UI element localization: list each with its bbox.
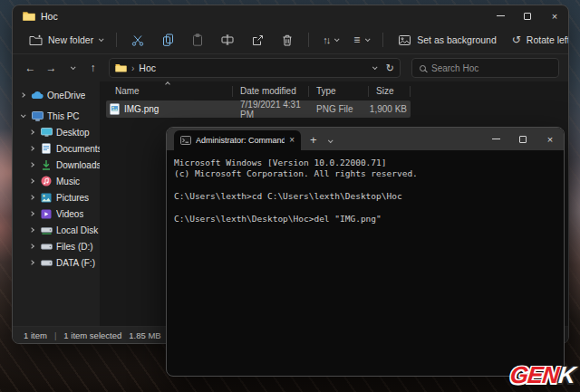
new-folder-button[interactable]: New folder <box>24 32 106 49</box>
sidebar-item-documents[interactable]: Documents <box>13 140 100 157</box>
file-name-cell[interactable]: IMG.png <box>106 103 233 115</box>
videos-folder-icon <box>40 209 53 219</box>
sidebar-item-label: Documents <box>56 144 100 154</box>
search-icon <box>420 65 426 72</box>
tab-dropdown-icon[interactable] <box>327 138 333 143</box>
maximize-button[interactable] <box>514 5 541 26</box>
terminal-line <box>174 203 556 214</box>
terminal-minimize-button[interactable] <box>482 128 509 150</box>
rename-icon <box>220 34 235 45</box>
terminal-tab[interactable]: Administrator: Command Prom × <box>174 130 301 150</box>
item-count: 1 item <box>24 330 47 340</box>
terminal-window[interactable]: Administrator: Command Prom × + × Micros… <box>166 127 565 377</box>
this-pc-monitor-icon <box>31 111 44 121</box>
rotate-left-button[interactable]: ↺ Rotate left <box>508 32 569 48</box>
history-dropdown-button[interactable] <box>63 60 81 77</box>
chevron-right-icon[interactable] <box>27 130 36 134</box>
chevron-right-icon[interactable] <box>27 179 36 183</box>
chevron-right-icon[interactable] <box>27 228 36 232</box>
file-row[interactable]: IMG.png7/19/2021 4:31 PMPNG File1,900 KB <box>106 100 411 118</box>
new-folder-icon <box>28 34 43 46</box>
refresh-icon[interactable]: ↻ <box>386 63 394 73</box>
sidebar-item-data-f[interactable]: DATA (F:) <box>13 254 100 271</box>
back-button[interactable]: ← <box>22 60 39 77</box>
search-box[interactable] <box>411 58 559 78</box>
terminal-titlebar[interactable]: Administrator: Command Prom × + × <box>167 128 564 150</box>
sidebar-item-downloads[interactable]: Downloads <box>13 157 100 173</box>
toolbar-separator <box>308 33 309 47</box>
delete-button[interactable] <box>276 32 298 49</box>
column-headers: Name Date modified Type Size <box>100 83 568 99</box>
chevron-right-icon[interactable] <box>27 244 36 248</box>
copy-button[interactable] <box>157 31 179 49</box>
address-dropdown-icon[interactable] <box>372 64 378 70</box>
paste-icon <box>190 33 205 46</box>
sidebar-item-local-disk-c[interactable]: Local Disk (C:) <box>13 222 100 238</box>
chevron-right-icon[interactable] <box>27 163 36 167</box>
file-size-cell: 1,900 KB <box>369 104 411 114</box>
sort-ascending-icon <box>165 81 170 87</box>
sidebar-item-music[interactable]: Music <box>13 173 100 189</box>
chevron-right-icon[interactable] <box>18 93 27 97</box>
rename-button[interactable] <box>217 32 238 48</box>
genk-watermark-k: K <box>557 361 576 388</box>
terminal-line <box>174 180 556 191</box>
set-as-background-button[interactable]: Set as background <box>393 32 500 48</box>
paste-button[interactable] <box>187 31 208 49</box>
sidebar-list: OneDriveThis PCDesktopDocumentsDownloads… <box>13 81 100 326</box>
search-input[interactable] <box>431 63 551 73</box>
chevron-right-icon[interactable] <box>27 261 36 264</box>
sidebar-item-this-pc[interactable]: This PC <box>13 108 100 124</box>
share-icon <box>250 34 265 46</box>
explorer-titlebar[interactable]: Hoc × <box>13 5 568 26</box>
cmd-icon <box>180 136 191 145</box>
sidebar-item-label: Local Disk (C:) <box>56 225 100 235</box>
sidebar-item-videos[interactable]: Videos <box>13 206 100 222</box>
chevron-down-icon[interactable] <box>18 114 27 118</box>
column-header-size[interactable]: Size <box>369 86 411 97</box>
chevron-right-icon[interactable] <box>27 196 36 199</box>
cut-icon <box>130 34 145 46</box>
tab-close-icon[interactable]: × <box>289 136 295 145</box>
sidebar-item-label: Downloads <box>56 160 100 170</box>
share-button[interactable] <box>246 32 268 49</box>
terminal-maximize-button[interactable] <box>509 128 536 150</box>
chevron-right-icon[interactable] <box>27 147 36 150</box>
breadcrumb-folder[interactable]: Hoc <box>139 62 156 73</box>
address-bar[interactable]: › Hoc ↻ <box>109 58 401 78</box>
sidebar-item-label: Pictures <box>56 193 89 203</box>
sidebar-item-label: Desktop <box>56 128 90 138</box>
os-drive-icon <box>40 225 53 235</box>
pictures-folder-icon <box>40 193 53 203</box>
maximize-icon <box>524 13 531 20</box>
column-header-date-modified[interactable]: Date modified <box>233 86 309 97</box>
sort-button[interactable]: ↑↓ <box>319 32 342 48</box>
sidebar-item-onedrive[interactable]: OneDrive <box>13 87 100 103</box>
selection-size: 1.85 MB <box>129 330 160 340</box>
sidebar-item-pictures[interactable]: Pictures <box>13 189 100 206</box>
downloads-folder-icon <box>40 159 53 170</box>
sidebar-item-label: Music <box>56 177 80 186</box>
desktop-folder-icon <box>40 128 53 137</box>
sidebar-item-files-d[interactable]: Files (D:) <box>13 238 100 254</box>
chevron-right-icon[interactable] <box>27 212 36 215</box>
terminal-close-button[interactable]: × <box>536 128 564 150</box>
rotate-left-icon: ↺ <box>512 34 521 45</box>
new-tab-button[interactable]: + <box>310 133 317 147</box>
terminal-output[interactable]: Microsoft Windows [Version 10.0.22000.71… <box>167 150 564 376</box>
view-button[interactable]: ≡ <box>350 32 372 48</box>
delete-icon <box>280 34 295 46</box>
chevron-down-icon <box>365 36 371 42</box>
close-button[interactable]: × <box>541 5 568 26</box>
folder-icon <box>23 11 35 21</box>
sidebar-item-label: Files (D:) <box>56 242 93 252</box>
sidebar-item-desktop[interactable]: Desktop <box>13 124 100 140</box>
up-button[interactable]: ↑ <box>84 60 102 77</box>
image-icon <box>397 35 411 45</box>
column-header-type[interactable]: Type <box>309 86 369 97</box>
column-header-name[interactable]: Name <box>106 86 233 97</box>
explorer-navigation-bar: ← → ↑ › Hoc ↻ <box>13 54 568 81</box>
minimize-button[interactable] <box>487 5 514 26</box>
cut-button[interactable] <box>127 32 149 49</box>
forward-button[interactable]: → <box>43 60 60 77</box>
